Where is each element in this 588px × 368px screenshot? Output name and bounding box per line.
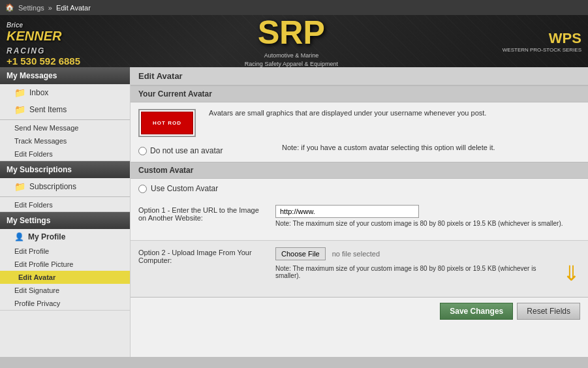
main-layout: My Messages 📁 Inbox 📁 Sent Items Send Ne…: [0, 67, 588, 357]
settings-link[interactable]: Settings: [18, 4, 44, 12]
sidebar-item-edit-signature[interactable]: Edit Signature: [0, 284, 130, 297]
sidebar-item-edit-folders-sub[interactable]: Edit Folders: [0, 198, 130, 211]
content-area: Edit Avatar Your Current Avatar HOT ROD …: [131, 67, 588, 357]
sidebar-item-edit-profile[interactable]: Edit Profile: [0, 245, 130, 258]
wps-block: WPS WESTERN PRO-STOCK SERIES: [503, 30, 581, 53]
custom-avatar-header: Custom Avatar: [131, 162, 588, 179]
wps-sub: WESTERN PRO-STOCK SERIES: [503, 47, 581, 53]
sidebar-item-inbox[interactable]: 📁 Inbox: [0, 84, 130, 101]
sidebar-item-edit-avatar[interactable]: Edit Avatar: [0, 271, 130, 284]
option2-control: Choose File no file selected Note: The m…: [275, 247, 580, 284]
no-avatar-radio-row: Do not use an avatar: [138, 146, 269, 155]
no-avatar-label: Do not use an avatar: [150, 146, 223, 155]
use-custom-row: Use Custom Avatar: [131, 179, 588, 198]
sidebar-item-track-messages[interactable]: Track Messages: [0, 134, 130, 147]
sidebar-item-edit-folders-msg[interactable]: Edit Folders: [0, 147, 130, 161]
no-file-label: no file selected: [332, 250, 380, 258]
page-title: Edit Avatar: [131, 67, 588, 85]
phone-number: +1 530 592 6885: [7, 55, 80, 67]
avatar-row: HOT ROD Avatars are small graphics that …: [138, 109, 580, 141]
avatar-image: HOT ROD: [141, 112, 193, 134]
settings-header: My Settings: [0, 212, 130, 229]
folder-icon-sub: 📁: [14, 181, 25, 192]
reset-fields-button[interactable]: Reset Fields: [517, 303, 580, 320]
breadcrumb: 🏠 Settings » Edit Avatar: [0, 0, 588, 15]
avatar-desc-block: Avatars are small graphics that are disp…: [209, 109, 580, 141]
folder-icon: 📁: [14, 87, 25, 98]
settings-section: My Settings 👤 My Profile Edit Profile Ed…: [0, 212, 130, 311]
srp-logo: SRP: [245, 15, 338, 52]
divider: [0, 119, 130, 120]
no-avatar-radio[interactable]: [138, 147, 147, 155]
messages-section: My Messages 📁 Inbox 📁 Sent Items Send Ne…: [0, 67, 130, 161]
option1-control: Note: The maximum size of your custom im…: [275, 205, 580, 227]
current-avatar-section: HOT ROD Avatars are small graphics that …: [131, 102, 588, 162]
profile-icon: 👤: [14, 232, 24, 241]
avatar-description: Avatars are small graphics that are disp…: [209, 109, 580, 117]
avatar-preview-block: HOT ROD: [138, 109, 196, 141]
no-avatar-radio-block: Do not use an avatar: [138, 144, 269, 155]
save-changes-button[interactable]: Save Changes: [440, 303, 513, 320]
option2-section: Option 2 - Upload Image From Your Comput…: [131, 240, 588, 297]
kenner-logo-block: Brice KENNER RACING +1 530 592 6885: [7, 16, 80, 67]
option2-label: Option 2 - Upload Image From Your Comput…: [138, 247, 269, 264]
sidebar: My Messages 📁 Inbox 📁 Sent Items Send Ne…: [0, 67, 131, 357]
srp-tagline: Automotive & Marine Racing Safety Appare…: [245, 52, 338, 67]
sidebar-item-edit-profile-picture[interactable]: Edit Profile Picture: [0, 258, 130, 271]
messages-header: My Messages: [0, 67, 130, 84]
wps-logo: WPS: [503, 30, 581, 47]
divider2: [0, 196, 130, 197]
sidebar-item-my-profile[interactable]: 👤 My Profile: [0, 229, 130, 245]
srp-center: SRP Automotive & Marine Racing Safety Ap…: [245, 15, 338, 67]
current-page-label: Edit Avatar: [56, 4, 91, 12]
current-avatar-header: Your Current Avatar: [131, 85, 588, 102]
sidebar-item-subscriptions[interactable]: 📁 Subscriptions: [0, 178, 130, 195]
use-custom-label: Use Custom Avatar: [151, 184, 218, 193]
sidebar-item-profile-privacy[interactable]: Profile Privacy: [0, 297, 130, 310]
bottom-bar: Save Changes Reset Fields: [131, 297, 588, 325]
upload-note: Note: The maximum size of your custom im…: [275, 265, 552, 279]
use-custom-radio[interactable]: [138, 185, 147, 193]
folder-icon-sent: 📁: [14, 104, 25, 115]
option1-section: Option 1 - Enter the URL to the Image on…: [131, 198, 588, 240]
sidebar-item-sent[interactable]: 📁 Sent Items: [0, 101, 130, 118]
sidebar-item-send-message[interactable]: Send New Message: [0, 121, 130, 134]
option2-row: Option 2 - Upload Image From Your Comput…: [138, 247, 580, 284]
option1-row: Option 1 - Enter the URL to the Image on…: [138, 205, 580, 227]
avatar-preview: HOT ROD: [138, 109, 196, 137]
choose-file-button[interactable]: Choose File: [275, 247, 326, 260]
kenner-logo-text: Brice KENNER RACING: [7, 16, 80, 55]
no-avatar-row: Do not use an avatar Note: if you have a…: [138, 144, 580, 155]
option1-label: Option 1 - Enter the URL to the Image on…: [138, 205, 269, 222]
url-note: Note: The maximum size of your custom im…: [275, 220, 580, 227]
breadcrumb-sep: »: [48, 4, 52, 12]
url-input[interactable]: [275, 205, 419, 218]
subscriptions-header: My Subscriptions: [0, 161, 130, 178]
content-inner: Edit Avatar Your Current Avatar HOT ROD …: [131, 67, 588, 325]
banner-left: Brice KENNER RACING +1 530 592 6885: [7, 16, 80, 67]
subscriptions-section: My Subscriptions 📁 Subscriptions Edit Fo…: [0, 161, 130, 212]
site-banner: Brice KENNER RACING +1 530 592 6885 SRP …: [0, 15, 588, 67]
arrow-indicator: ⇓: [563, 263, 580, 284]
home-icon: 🏠: [5, 3, 14, 12]
no-avatar-note: Note: if you have a custom avatar select…: [282, 144, 580, 155]
